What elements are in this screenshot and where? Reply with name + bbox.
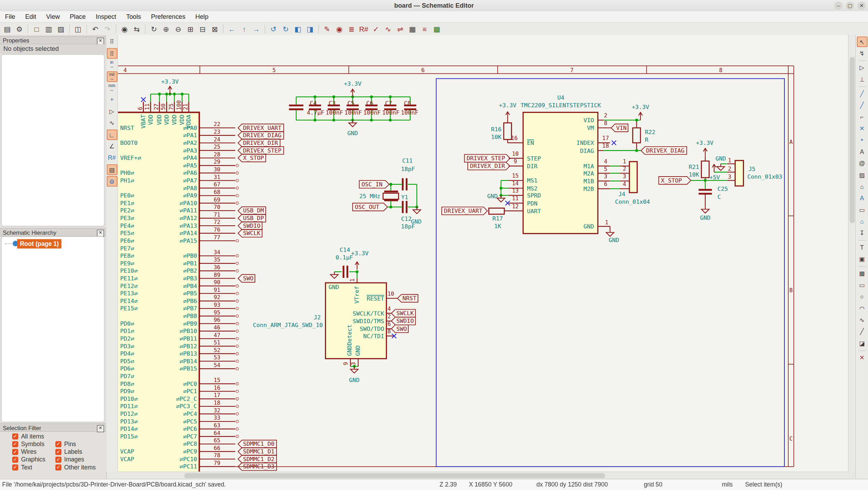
rule-area-icon[interactable]: ▨	[857, 170, 867, 180]
netclass-directive-icon[interactable]: @	[857, 158, 867, 169]
menu-preferences[interactable]: Preferences	[146, 11, 190, 22]
wire-mode-90-icon[interactable]: ∟	[107, 130, 117, 140]
scrollbar-thumb[interactable]	[184, 473, 605, 478]
filter-pins[interactable]: ✓Pins	[55, 441, 76, 447]
symbol-body[interactable]	[629, 162, 637, 193]
checkbox-icon[interactable]: ✓	[55, 456, 61, 462]
zoom-objects-icon[interactable]: ⊟	[197, 24, 208, 34]
add-line-icon[interactable]: ╱	[857, 327, 867, 337]
menu-place[interactable]: Place	[65, 11, 91, 22]
resistor-body[interactable]	[383, 193, 399, 199]
checkbox-icon[interactable]: ✓	[12, 456, 18, 462]
print-icon[interactable]: ▥	[43, 24, 54, 34]
select-icon[interactable]: ↖	[857, 37, 867, 47]
toggle-grid-icon[interactable]: ⠿	[107, 37, 117, 47]
add-textbox-icon[interactable]: ▣	[857, 254, 867, 264]
resistor-body[interactable]	[702, 161, 709, 178]
maximize-button[interactable]: ▢	[846, 1, 854, 10]
highlight-net-icon[interactable]: ↯	[857, 48, 867, 59]
zoom-in-icon[interactable]: ⊕	[161, 24, 172, 34]
wire-junction[interactable]	[332, 95, 335, 98]
delete-tool-icon[interactable]: ✕	[857, 352, 867, 363]
checkbox-icon[interactable]: ✓	[55, 464, 61, 470]
add-text-icon[interactable]: T	[857, 242, 867, 253]
edit-symbol-fields-icon[interactable]: ≣	[346, 24, 357, 34]
wire-junction[interactable]	[181, 93, 184, 95]
plot-icon[interactable]: ▨	[55, 24, 67, 34]
add-bus-icon[interactable]: ╱	[857, 100, 867, 111]
gnd-symbol[interactable]	[331, 274, 338, 278]
add-power-icon[interactable]: ⊥	[857, 74, 867, 85]
menu-inspect[interactable]: Inspect	[91, 11, 121, 22]
rotate-cw-icon[interactable]: ↻	[280, 24, 291, 34]
panels-toggle-icon[interactable]: ▤	[107, 164, 117, 175]
wire-mode-free-icon[interactable]: ∿	[107, 118, 117, 129]
checkbox-icon[interactable]: ✓	[12, 449, 18, 454]
wire-junction[interactable]	[173, 93, 176, 95]
add-junction-icon[interactable]: •	[857, 135, 867, 146]
gnd-symbol[interactable]	[606, 233, 614, 236]
add-bezier-icon[interactable]: ∿	[857, 315, 867, 325]
mirror-h-icon[interactable]: ◧	[292, 24, 303, 34]
units-mils-icon[interactable]: mil↔	[107, 71, 117, 82]
schematic-setup-icon[interactable]: ⚙	[14, 24, 25, 34]
menu-tools[interactable]: Tools	[121, 11, 146, 22]
assign-footprints-icon[interactable]: ⇌	[395, 24, 406, 34]
grid-overrides-icon[interactable]: ⠿	[107, 48, 117, 59]
no-connect-icon[interactable]: ✕	[857, 123, 867, 134]
paste-icon[interactable]: ◫	[72, 24, 84, 34]
wire-junction[interactable]	[389, 205, 392, 208]
add-ellipse-icon[interactable]: ○	[857, 292, 867, 302]
add-table-icon[interactable]: ▦	[857, 269, 867, 279]
horizontal-scrollbar[interactable]	[118, 472, 848, 479]
save-icon[interactable]: ▤	[2, 24, 13, 34]
wire-junction[interactable]	[389, 95, 392, 98]
filter-text[interactable]: ✓Text	[12, 464, 32, 470]
zoom-selection-icon[interactable]: ⊠	[209, 24, 220, 34]
wire-junction[interactable]	[704, 179, 707, 182]
undo-icon[interactable]: ↶	[90, 24, 101, 34]
new-sheet-icon[interactable]: □	[31, 24, 42, 34]
close-button[interactable]: ✕	[858, 1, 866, 10]
wire-junction[interactable]	[313, 95, 316, 98]
wire-junction[interactable]	[165, 93, 168, 95]
add-wire-icon[interactable]: ╱	[857, 88, 867, 99]
add-symbol-icon[interactable]: ▷	[857, 63, 867, 73]
checkbox-icon[interactable]: ✓	[12, 464, 18, 470]
show-hidden-pins-icon[interactable]: ▷	[107, 106, 117, 117]
simulator-icon[interactable]: ∿	[382, 24, 394, 34]
checkbox-icon[interactable]: ✓	[12, 433, 18, 439]
library-browser-icon[interactable]: ◉	[334, 24, 345, 34]
net-label-icon[interactable]: A	[857, 147, 867, 157]
checkbox-icon[interactable]: ✓	[12, 441, 18, 447]
schematic-canvas[interactable]: 45678ABC22⇄PA0DRIVEX_UART23⇄PA1DRIVEX_DI…	[118, 35, 848, 472]
filter-labels[interactable]: ✓Labels	[55, 448, 82, 455]
wire-junction[interactable]	[356, 270, 358, 273]
wire-junction[interactable]	[313, 119, 316, 122]
global-label-icon[interactable]: ⌂	[857, 181, 867, 192]
gnd-symbol[interactable]	[349, 123, 356, 127]
add-image-icon[interactable]: ◪	[857, 338, 867, 349]
gnd-symbol[interactable]	[497, 198, 505, 202]
wire-junction[interactable]	[389, 183, 392, 186]
gnd-symbol[interactable]	[702, 209, 709, 213]
wire-junction[interactable]	[499, 187, 502, 189]
find-replace-icon[interactable]: ⇆	[131, 24, 142, 34]
find-icon[interactable]: ◉	[119, 24, 130, 34]
symbol-body[interactable]	[735, 161, 744, 186]
nav-up-icon[interactable]: ↑	[239, 24, 250, 34]
scrollbar-thumb[interactable]	[850, 57, 855, 223]
zoom-fit-icon[interactable]: ⊞	[185, 24, 196, 34]
refresh-icon[interactable]: ↻	[148, 24, 160, 34]
gnd-symbol[interactable]	[350, 369, 358, 373]
redo-icon[interactable]: ↷	[102, 24, 113, 34]
zoom-out-icon[interactable]: ⊖	[173, 24, 184, 34]
import-sheet-pin-icon[interactable]: ↧	[857, 228, 867, 239]
filter-wires[interactable]: ✓Wires	[12, 448, 37, 455]
filter-other-items[interactable]: ✓Other items	[55, 464, 96, 470]
add-sheet-icon[interactable]: ▭	[857, 205, 867, 215]
wire-mode-45-icon[interactable]: ∠	[107, 141, 117, 151]
cursor-full-crosshair-icon[interactable]: +	[107, 95, 117, 105]
wire-junction[interactable]	[158, 93, 161, 95]
wire-junction[interactable]	[635, 149, 638, 152]
